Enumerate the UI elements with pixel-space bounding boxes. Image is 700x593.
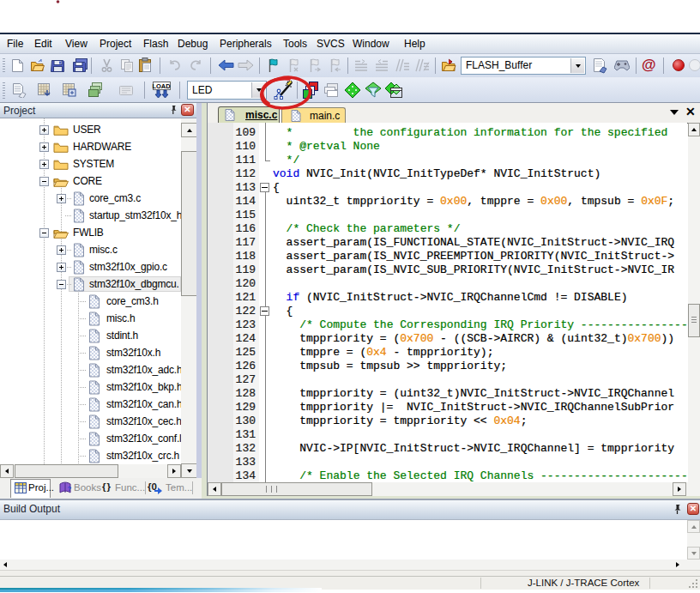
svg-text:?: ?: [68, 485, 72, 493]
svg-text:LOAD: LOAD: [152, 82, 171, 90]
